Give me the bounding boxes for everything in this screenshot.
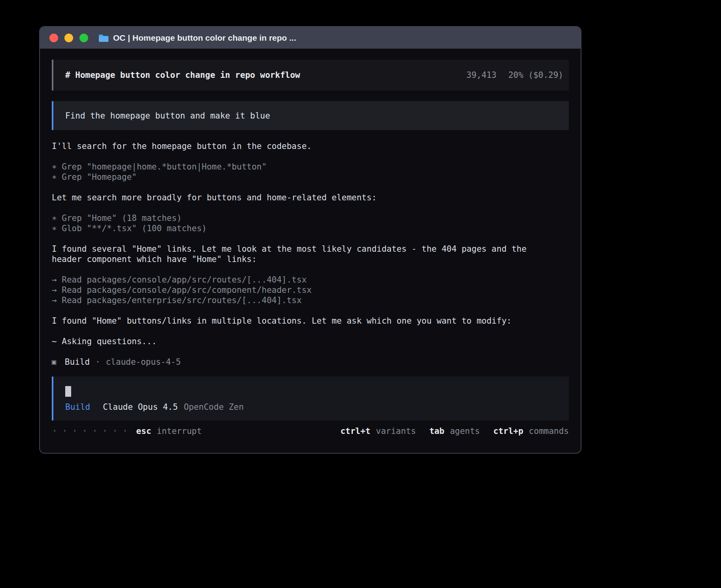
assistant-message: Let me search more broadly for buttons a… xyxy=(52,192,554,203)
shortcut-interrupt: esc interrupt xyxy=(136,426,202,436)
conversation-transcript: I'll search for the homepage button in t… xyxy=(52,141,569,367)
status-bar: ········ esc interrupt ctrl+t variants t… xyxy=(52,426,569,436)
window-titlebar: OC | Homepage button color change in rep… xyxy=(40,27,581,49)
shortcut-key: ctrl+t xyxy=(340,426,370,436)
shortcut-variants: ctrl+t variants xyxy=(340,426,416,436)
input-meta: Build Claude Opus 4.5 OpenCode Zen xyxy=(65,402,557,412)
token-count: 39,413 xyxy=(466,70,496,80)
traffic-lights xyxy=(49,34,88,42)
input-provider-label: OpenCode Zen xyxy=(184,402,244,412)
input-model-label: Claude Opus 4.5 xyxy=(103,402,178,412)
tool-call: → Read packages/console/app/src/routes/[… xyxy=(52,275,569,285)
assistant-status: ~ Asking questions... xyxy=(52,336,554,347)
folder-icon xyxy=(98,34,109,42)
shortcut-key: tab xyxy=(429,426,444,436)
tool-call-group: ∗ Grep "homepage|home.*button|Home.*butt… xyxy=(52,162,569,182)
tool-call: → Read packages/enterprise/src/routes/[.… xyxy=(52,295,569,305)
terminal-content: # Homepage button color change in repo w… xyxy=(40,49,581,453)
tool-call: ∗ Grep "Home" (18 matches) xyxy=(52,213,569,223)
shortcut-label: variants xyxy=(376,426,416,436)
terminal-window: OC | Homepage button color change in rep… xyxy=(39,26,581,454)
input-mode-badge: Build xyxy=(65,402,90,412)
session-header: # Homepage button color change in repo w… xyxy=(52,60,569,90)
shortcut-agents: tab agents xyxy=(429,426,480,436)
tool-call: ∗ Grep "Homepage" xyxy=(52,172,569,182)
tool-call: ∗ Glob "**/*.tsx" (100 matches) xyxy=(52,223,569,234)
session-title: # Homepage button color change in repo w… xyxy=(65,70,300,80)
assistant-message: I'll search for the homepage button in t… xyxy=(52,141,554,151)
minimize-button[interactable] xyxy=(64,34,73,42)
tool-call-group: ∗ Grep "Home" (18 matches) ∗ Glob "**/*.… xyxy=(52,213,569,234)
shortcut-label: agents xyxy=(450,426,480,436)
window-title: OC | Homepage button color change in rep… xyxy=(113,33,296,43)
text-cursor xyxy=(65,386,71,397)
shortcut-key: ctrl+p xyxy=(493,426,523,436)
agent-separator: · xyxy=(95,357,100,367)
shortcut-label: commands xyxy=(529,426,569,436)
assistant-message: I found "Home" buttons/links in multiple… xyxy=(52,316,554,326)
status-shortcuts: ctrl+t variants tab agents ctrl+p comman… xyxy=(340,426,569,436)
agent-build-icon: ▣ xyxy=(52,357,56,367)
user-message: Find the homepage button and make it blu… xyxy=(52,101,569,130)
assistant-message: I found several "Home" links. Let me loo… xyxy=(52,244,554,264)
shortcut-commands: ctrl+p commands xyxy=(493,426,569,436)
agent-name: Build xyxy=(65,357,90,367)
tool-call: ∗ Grep "homepage|home.*button|Home.*butt… xyxy=(52,162,569,172)
shortcut-label: interrupt xyxy=(157,426,202,436)
context-usage: 20% ($0.29) xyxy=(508,70,563,80)
agent-model: claude-opus-4-5 xyxy=(106,357,181,367)
tool-call-group: → Read packages/console/app/src/routes/[… xyxy=(52,275,569,305)
zoom-button[interactable] xyxy=(79,34,88,42)
agent-status-line: ▣ Build · claude-opus-4-5 xyxy=(52,357,569,367)
prompt-input[interactable]: Build Claude Opus 4.5 OpenCode Zen xyxy=(52,377,569,420)
tool-call: → Read packages/console/app/src/componen… xyxy=(52,285,569,295)
user-message-text: Find the homepage button and make it blu… xyxy=(65,111,270,121)
session-stats: 39,413 20% ($0.29) xyxy=(466,70,563,80)
shortcut-key: esc xyxy=(136,426,151,436)
spinner-dots: ········ xyxy=(52,426,132,436)
close-button[interactable] xyxy=(49,34,58,42)
